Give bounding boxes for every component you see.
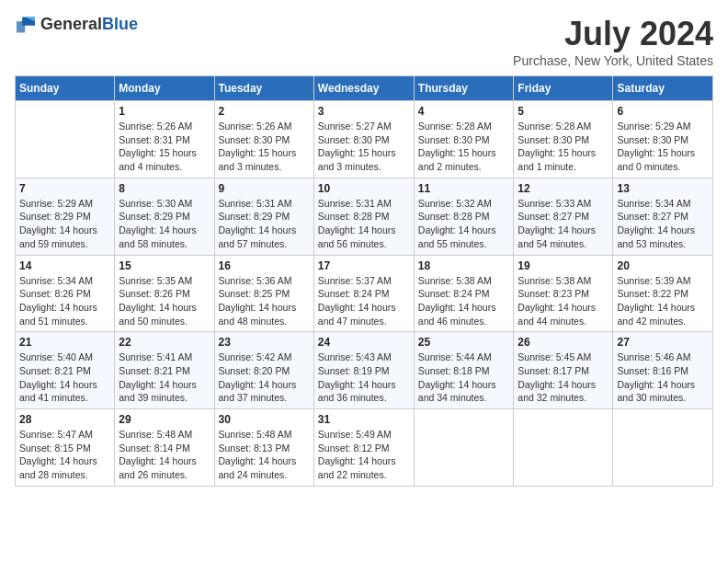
daylight: Daylight: 14 hours and 55 minutes. xyxy=(418,224,496,249)
day-info: Sunrise: 5:45 AM Sunset: 8:17 PM Dayligh… xyxy=(518,350,609,405)
sunrise: Sunrise: 5:27 AM xyxy=(318,121,392,132)
cell-w2-d3: 17 Sunrise: 5:37 AM Sunset: 8:24 PM Dayl… xyxy=(313,255,414,332)
sunset: Sunset: 8:30 PM xyxy=(418,134,490,145)
daylight: Daylight: 14 hours and 58 minutes. xyxy=(119,224,197,249)
cell-w3-d0: 21 Sunrise: 5:40 AM Sunset: 8:21 PM Dayl… xyxy=(16,332,115,409)
day-info: Sunrise: 5:31 AM Sunset: 8:28 PM Dayligh… xyxy=(318,197,410,251)
sunset: Sunset: 8:28 PM xyxy=(318,211,390,222)
title-area: July 2024 Purchase, New York, United Sta… xyxy=(513,15,713,68)
sunset: Sunset: 8:30 PM xyxy=(219,134,290,145)
day-info: Sunrise: 5:47 AM Sunset: 8:15 PM Dayligh… xyxy=(19,428,110,482)
sunrise: Sunrise: 5:39 AM xyxy=(617,275,690,286)
logo-icon xyxy=(15,16,37,34)
daylight: Daylight: 14 hours and 39 minutes. xyxy=(119,379,197,404)
cell-w0-d0 xyxy=(16,101,115,178)
sunrise: Sunrise: 5:38 AM xyxy=(518,275,591,286)
sunrise: Sunrise: 5:32 AM xyxy=(418,198,492,209)
day-info: Sunrise: 5:26 AM Sunset: 8:31 PM Dayligh… xyxy=(119,120,210,174)
day-info: Sunrise: 5:26 AM Sunset: 8:30 PM Dayligh… xyxy=(219,120,310,174)
logo-general: General xyxy=(40,15,102,33)
daylight: Daylight: 14 hours and 57 minutes. xyxy=(219,224,297,249)
sunset: Sunset: 8:22 PM xyxy=(617,288,688,299)
daylight: Daylight: 14 hours and 26 minutes. xyxy=(119,455,197,480)
daylight: Daylight: 15 hours and 2 minutes. xyxy=(418,147,496,172)
sunset: Sunset: 8:21 PM xyxy=(119,365,190,376)
day-number: 27 xyxy=(617,336,709,349)
daylight: Daylight: 14 hours and 59 minutes. xyxy=(19,224,97,249)
cell-w2-d2: 16 Sunrise: 5:36 AM Sunset: 8:25 PM Dayl… xyxy=(214,255,313,332)
daylight: Daylight: 14 hours and 42 minutes. xyxy=(617,302,695,327)
day-info: Sunrise: 5:49 AM Sunset: 8:12 PM Dayligh… xyxy=(318,428,410,482)
daylight: Daylight: 15 hours and 3 minutes. xyxy=(318,147,396,172)
svg-marker-1 xyxy=(17,21,25,32)
cell-w1-d6: 13 Sunrise: 5:34 AM Sunset: 8:27 PM Dayl… xyxy=(613,178,713,255)
sunset: Sunset: 8:29 PM xyxy=(19,211,91,222)
sunrise: Sunrise: 5:41 AM xyxy=(119,351,192,362)
cell-w4-d0: 28 Sunrise: 5:47 AM Sunset: 8:15 PM Dayl… xyxy=(16,409,115,487)
header-thursday: Thursday xyxy=(414,76,514,101)
sunset: Sunset: 8:29 PM xyxy=(219,211,290,222)
cell-w0-d5: 5 Sunrise: 5:28 AM Sunset: 8:30 PM Dayli… xyxy=(514,101,613,178)
sunrise: Sunrise: 5:26 AM xyxy=(219,121,292,132)
cell-w4-d4 xyxy=(414,409,514,487)
header-friday: Friday xyxy=(514,76,613,101)
daylight: Daylight: 15 hours and 0 minutes. xyxy=(617,147,695,172)
day-info: Sunrise: 5:32 AM Sunset: 8:28 PM Dayligh… xyxy=(418,197,510,251)
sunrise: Sunrise: 5:28 AM xyxy=(418,121,492,132)
day-info: Sunrise: 5:42 AM Sunset: 8:20 PM Dayligh… xyxy=(219,350,310,405)
sunset: Sunset: 8:16 PM xyxy=(617,365,688,376)
day-number: 7 xyxy=(19,182,110,195)
sunset: Sunset: 8:21 PM xyxy=(19,365,91,376)
day-info: Sunrise: 5:44 AM Sunset: 8:18 PM Dayligh… xyxy=(418,350,510,405)
sunset: Sunset: 8:30 PM xyxy=(617,134,688,145)
sunset: Sunset: 8:25 PM xyxy=(219,288,290,299)
day-info: Sunrise: 5:41 AM Sunset: 8:21 PM Dayligh… xyxy=(119,350,210,405)
daylight: Daylight: 14 hours and 48 minutes. xyxy=(219,302,297,327)
week-row-4: 28 Sunrise: 5:47 AM Sunset: 8:15 PM Dayl… xyxy=(16,409,713,487)
day-info: Sunrise: 5:35 AM Sunset: 8:26 PM Dayligh… xyxy=(119,274,210,328)
header-monday: Monday xyxy=(115,76,214,101)
sunset: Sunset: 8:26 PM xyxy=(19,288,91,299)
day-info: Sunrise: 5:48 AM Sunset: 8:13 PM Dayligh… xyxy=(219,428,310,482)
daylight: Daylight: 14 hours and 24 minutes. xyxy=(219,455,297,480)
logo-blue: Blue xyxy=(102,15,138,33)
day-number: 2 xyxy=(219,105,310,118)
day-info: Sunrise: 5:39 AM Sunset: 8:22 PM Dayligh… xyxy=(617,274,709,328)
daylight: Daylight: 14 hours and 28 minutes. xyxy=(19,455,97,480)
cell-w3-d1: 22 Sunrise: 5:41 AM Sunset: 8:21 PM Dayl… xyxy=(115,332,214,409)
daylight: Daylight: 14 hours and 53 minutes. xyxy=(617,224,695,249)
day-number: 5 xyxy=(518,105,609,118)
header: GeneralBlue July 2024 Purchase, New York… xyxy=(15,15,713,68)
day-number: 20 xyxy=(617,259,709,272)
day-info: Sunrise: 5:30 AM Sunset: 8:29 PM Dayligh… xyxy=(119,197,210,251)
day-info: Sunrise: 5:29 AM Sunset: 8:30 PM Dayligh… xyxy=(617,120,709,174)
daylight: Daylight: 14 hours and 47 minutes. xyxy=(318,302,396,327)
sunset: Sunset: 8:17 PM xyxy=(518,365,589,376)
day-number: 15 xyxy=(119,259,210,272)
day-number: 18 xyxy=(418,259,510,272)
sunrise: Sunrise: 5:43 AM xyxy=(318,351,392,362)
day-number: 4 xyxy=(418,105,510,118)
cell-w2-d4: 18 Sunrise: 5:38 AM Sunset: 8:24 PM Dayl… xyxy=(414,255,514,332)
sunset: Sunset: 8:19 PM xyxy=(318,365,390,376)
sunrise: Sunrise: 5:48 AM xyxy=(219,429,292,440)
sunrise: Sunrise: 5:28 AM xyxy=(518,121,591,132)
sunrise: Sunrise: 5:30 AM xyxy=(119,198,192,209)
days-header-row: Sunday Monday Tuesday Wednesday Thursday… xyxy=(16,76,713,101)
daylight: Daylight: 14 hours and 30 minutes. xyxy=(617,379,695,404)
daylight: Daylight: 14 hours and 34 minutes. xyxy=(418,379,496,404)
day-number: 8 xyxy=(119,182,210,195)
logo: GeneralBlue xyxy=(15,15,138,34)
cell-w1-d1: 8 Sunrise: 5:30 AM Sunset: 8:29 PM Dayli… xyxy=(115,178,214,255)
day-number: 13 xyxy=(617,182,709,195)
cell-w4-d2: 30 Sunrise: 5:48 AM Sunset: 8:13 PM Dayl… xyxy=(214,409,313,487)
day-number: 6 xyxy=(617,105,709,118)
sunrise: Sunrise: 5:29 AM xyxy=(19,198,93,209)
day-info: Sunrise: 5:38 AM Sunset: 8:24 PM Dayligh… xyxy=(418,274,510,328)
day-info: Sunrise: 5:48 AM Sunset: 8:14 PM Dayligh… xyxy=(119,428,210,482)
sunrise: Sunrise: 5:47 AM xyxy=(19,429,93,440)
daylight: Daylight: 14 hours and 22 minutes. xyxy=(318,455,396,480)
daylight: Daylight: 14 hours and 32 minutes. xyxy=(518,379,596,404)
sunset: Sunset: 8:13 PM xyxy=(219,442,290,454)
sunrise: Sunrise: 5:34 AM xyxy=(617,198,690,209)
